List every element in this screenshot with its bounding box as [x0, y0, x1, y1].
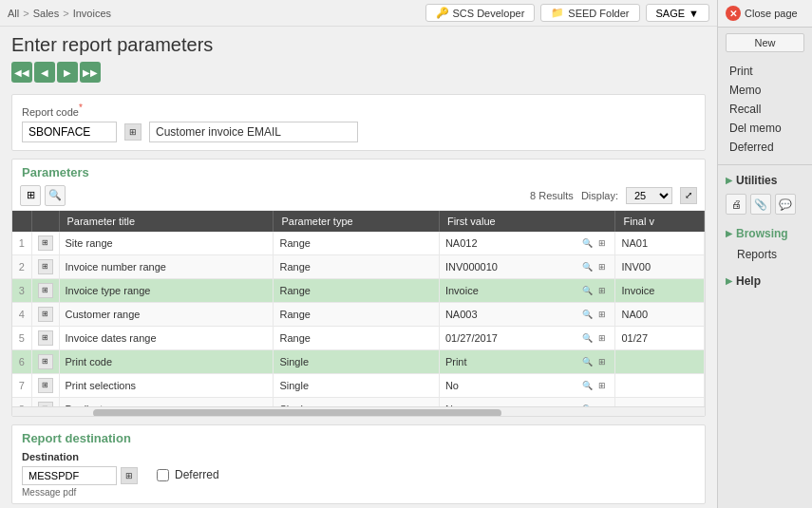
row-icon-button[interactable]: ⊞ [38, 307, 53, 322]
destination-input[interactable] [22, 466, 117, 485]
nav-prev-button[interactable]: ◀ [34, 62, 55, 83]
breadcrumb-sep1: > [23, 8, 28, 19]
sidebar-item-print[interactable]: Print [718, 62, 812, 81]
sidebar-item-memo[interactable]: Memo [718, 81, 812, 100]
first-value-text: No [445, 380, 459, 391]
cell-search-btn[interactable]: 🔍 [580, 236, 594, 250]
row-icon-button[interactable]: ⊞ [38, 354, 53, 369]
table-row: 6 ⊞ Print code Single Print 🔍 ⊞ [12, 349, 705, 373]
table-row: 2 ⊞ Invoice number range Range INV000010… [12, 254, 705, 278]
report-code-lookup-icon[interactable]: ⊞ [124, 123, 142, 141]
table-row: 1 ⊞ Site range Range NA012 🔍 ⊞ NA01 [12, 232, 705, 255]
table-row: 7 ⊞ Print selections Single No 🔍 ⊞ [12, 373, 705, 397]
row-number: 7 [12, 373, 31, 397]
report-code-row: ⊞ [22, 122, 695, 142]
breadcrumb-sales[interactable]: Sales [33, 8, 60, 19]
deferred-checkbox[interactable] [157, 469, 169, 481]
param-type-cell: Range [274, 326, 439, 349]
params-table-header: Parameter title Parameter type First val… [12, 211, 705, 232]
col-parameter-type: Parameter type [274, 211, 439, 232]
destination-section: Report destination Destination ⊞ Message… [11, 424, 706, 504]
cell-search-btn[interactable]: 🔍 [580, 308, 594, 321]
horizontal-scrollbar[interactable] [12, 406, 705, 416]
breadcrumb-all[interactable]: All [8, 8, 19, 19]
cell-grid-btn[interactable]: ⊞ [595, 284, 609, 297]
param-final-value-cell: NA01 [615, 232, 705, 255]
sidebar-item-deferred[interactable]: Deferred [718, 138, 812, 157]
param-first-value-cell: No 🔍 ⊞ [439, 397, 615, 406]
params-search-button[interactable]: 🔍 [45, 185, 66, 206]
nav-first-button[interactable]: ◀◀ [11, 62, 32, 83]
close-page-button[interactable]: ✕ Close page [718, 0, 812, 28]
cell-search-btn[interactable]: 🔍 [580, 331, 594, 345]
browsing-header[interactable]: ▶ Browsing [718, 224, 812, 243]
scs-developer-label: SCS Developer [453, 8, 525, 19]
param-first-value-cell: Invoice 🔍 ⊞ [439, 278, 615, 302]
destination-title: Report destination [22, 431, 695, 445]
row-icon-button[interactable]: ⊞ [38, 283, 53, 298]
params-grid-icon-button[interactable]: ⊞ [20, 185, 41, 206]
cell-grid-btn[interactable]: ⊞ [595, 379, 609, 392]
top-bar: All > Sales > Invoices 🔑 SCS Developer 📁… [0, 0, 717, 27]
nav-controls: ◀◀ ◀ ▶ ▶▶ [11, 62, 706, 83]
row-icon-cell: ⊞ [31, 349, 59, 373]
first-value-text: NA012 [445, 237, 478, 249]
attachment-icon-button[interactable]: 📎 [750, 194, 771, 215]
scrollbar-thumb[interactable] [93, 409, 501, 417]
scs-developer-button[interactable]: 🔑 SCS Developer [425, 4, 536, 22]
comment-icon-button[interactable]: 💬 [775, 194, 796, 215]
cell-grid-btn[interactable]: ⊞ [595, 355, 609, 368]
params-table: Parameter title Parameter type First val… [12, 211, 705, 406]
param-type-cell: Single [274, 373, 439, 397]
nav-next-button[interactable]: ▶ [57, 62, 78, 83]
nav-last-button[interactable]: ▶▶ [80, 62, 101, 83]
expand-button[interactable]: ⤢ [680, 187, 697, 204]
cell-search-btn[interactable]: 🔍 [580, 355, 594, 368]
row-icon-button[interactable]: ⊞ [38, 378, 53, 393]
results-count: 8 Results [530, 190, 574, 201]
destination-lookup-icon[interactable]: ⊞ [121, 467, 138, 484]
param-title-cell: Invoice type range [59, 278, 274, 302]
params-table-body: 1 ⊞ Site range Range NA012 🔍 ⊞ NA01 2 ⊞ … [12, 232, 705, 406]
cell-grid-btn[interactable]: ⊞ [595, 260, 609, 273]
sidebar-icons: 🖨 📎 💬 [718, 190, 812, 218]
report-code-section: Report code* ⊞ [11, 94, 706, 151]
table-scroll-container[interactable]: Parameter title Parameter type First val… [12, 211, 705, 406]
print-icon-button[interactable]: 🖨 [726, 194, 746, 215]
param-first-value-cell: NA012 🔍 ⊞ [439, 232, 615, 255]
seed-folder-button[interactable]: 📁 SEED Folder [540, 4, 639, 22]
col-icon [31, 211, 59, 232]
param-type-cell: Single [274, 349, 439, 373]
param-title-cell: Invoice number range [59, 254, 274, 278]
cell-grid-btn[interactable]: ⊞ [595, 308, 609, 321]
cell-search-btn[interactable]: 🔍 [580, 260, 594, 273]
cell-actions: 🔍 ⊞ [580, 379, 609, 392]
sidebar-item-delmemo[interactable]: Del memo [718, 119, 812, 138]
cell-grid-btn[interactable]: ⊞ [595, 236, 609, 250]
row-icon-button[interactable]: ⊞ [38, 330, 53, 346]
new-button[interactable]: New [726, 33, 804, 52]
breadcrumb-invoices[interactable]: Invoices [73, 8, 111, 19]
cell-actions: 🔍 ⊞ [580, 260, 609, 273]
report-code-input[interactable] [22, 122, 117, 142]
param-final-value-cell: 01/27 [615, 326, 705, 349]
first-value-text: INV000010 [445, 261, 498, 273]
destination-left: Destination ⊞ Message pdf [22, 451, 138, 498]
display-select[interactable]: 25 50 100 [626, 187, 672, 204]
help-header[interactable]: ▶ Help [718, 272, 812, 291]
utilities-header[interactable]: ▶ Utilities [718, 171, 812, 190]
folder-icon: 📁 [551, 7, 564, 19]
sidebar-item-reports[interactable]: Reports [718, 245, 812, 264]
sidebar-item-recall[interactable]: Recall [718, 100, 812, 119]
main-content: All > Sales > Invoices 🔑 SCS Developer 📁… [0, 0, 717, 508]
row-icon-button[interactable]: ⊞ [38, 259, 53, 274]
cell-search-btn[interactable]: 🔍 [580, 284, 594, 297]
col-final-value: Final v [615, 211, 705, 232]
sage-button[interactable]: SAGE ▼ [646, 4, 709, 22]
cell-search-btn[interactable]: 🔍 [580, 379, 594, 392]
param-first-value-cell: 01/27/2017 🔍 ⊞ [439, 326, 615, 349]
cell-grid-btn[interactable]: ⊞ [595, 331, 609, 345]
param-first-value-cell: NA003 🔍 ⊞ [439, 302, 615, 326]
report-description-input[interactable] [149, 122, 358, 142]
row-icon-button[interactable]: ⊞ [38, 235, 53, 251]
